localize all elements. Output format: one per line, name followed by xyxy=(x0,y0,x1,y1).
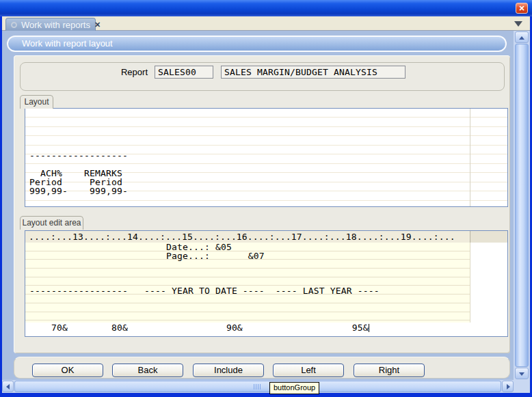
tab-label: Work with reports xyxy=(21,20,90,30)
layout-preview-area: ------------------ ACH% REMARKS Period P… xyxy=(25,108,508,207)
edit-right-margin xyxy=(470,243,507,323)
scroll-right-button[interactable] xyxy=(502,381,514,392)
tab-bar: Work with reports ✕ xyxy=(2,16,530,31)
ok-button[interactable]: OK xyxy=(32,364,103,377)
layout-edit-group-label: Layout edit area xyxy=(20,216,83,230)
vertical-scroll-thumb[interactable] xyxy=(515,44,529,367)
tab-work-with-reports[interactable]: Work with reports ✕ xyxy=(5,18,96,31)
scroll-left-button[interactable] xyxy=(2,381,14,392)
edit-text-lines[interactable]: Date...: &05 Page...: &07 --------------… xyxy=(29,243,380,295)
scroll-left-icon xyxy=(6,384,10,389)
form-panel: Report SALES00 SALES MARGIN/BUDGET ANALY… xyxy=(14,55,510,353)
scroll-thumb-grip xyxy=(254,384,262,389)
edit-bottom-line-text: 70& 80& 90& 95& xyxy=(29,323,369,333)
button-group-panel: OK Back Include Left Right xyxy=(14,357,510,379)
layout-column-separator xyxy=(470,109,470,206)
layout-group-label: Layout xyxy=(20,95,53,109)
edit-bottom-line[interactable]: 70& 80& 90& 95& xyxy=(29,323,369,333)
report-label: Report xyxy=(108,67,148,77)
tab-list-dropdown-icon[interactable] xyxy=(514,21,522,27)
text-cursor xyxy=(369,324,369,332)
report-description-field[interactable]: SALES MARGIN/BUDGET ANALYSIS xyxy=(221,66,405,79)
layout-edit-area[interactable]: ....:...13....:...14....:...15....:...16… xyxy=(25,230,508,337)
window-close-button[interactable]: ✕ xyxy=(516,3,528,14)
application-window: ✕ Work with reports ✕ Work with report l… xyxy=(0,0,532,397)
horizontal-scroll-thumb[interactable] xyxy=(14,381,501,392)
scroll-right-icon xyxy=(507,384,510,389)
column-ruler: ....:...13....:...14....:...15....:...16… xyxy=(25,231,507,243)
right-button[interactable]: Right xyxy=(354,364,425,377)
horizontal-scrollbar[interactable] xyxy=(2,380,514,393)
tab-status-circle-icon xyxy=(11,22,17,28)
ruler-right-margin xyxy=(470,231,507,243)
main-content: Work with report layout Report SALES00 S… xyxy=(2,31,514,380)
scroll-down-icon xyxy=(519,372,524,376)
report-code-field[interactable]: SALES00 xyxy=(155,66,213,79)
scroll-up-icon xyxy=(519,36,524,40)
scroll-up-button[interactable] xyxy=(515,31,529,43)
scroll-down-button[interactable] xyxy=(515,368,529,379)
tab-close-icon[interactable]: ✕ xyxy=(94,20,101,29)
vertical-scrollbar[interactable] xyxy=(514,31,530,380)
scrollbar-corner xyxy=(514,380,530,393)
left-button[interactable]: Left xyxy=(273,364,344,377)
include-button[interactable]: Include xyxy=(193,364,264,377)
title-bar: ✕ xyxy=(0,0,532,16)
layout-preview-text: ------------------ ACH% REMARKS Period P… xyxy=(29,115,128,195)
button-group-tooltip: buttonGroup xyxy=(269,382,319,394)
page-title: Work with report layout xyxy=(7,36,507,52)
back-button[interactable]: Back xyxy=(112,364,183,377)
